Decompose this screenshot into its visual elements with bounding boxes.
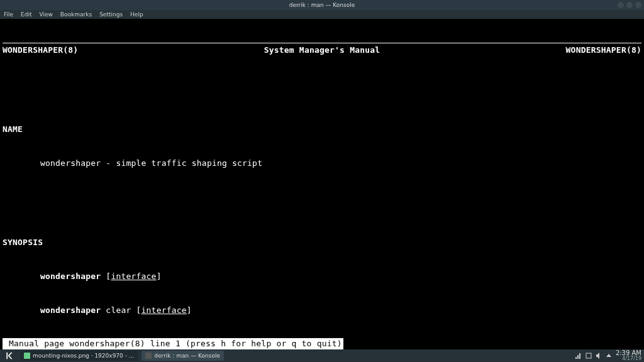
menubar: File Edit View Bookmarks Settings Help xyxy=(0,10,644,19)
name-body: wondershaper - simple traffic shaping sc… xyxy=(3,158,641,169)
synopsis-arg-interface: interface xyxy=(142,305,187,315)
terminal-viewport[interactable]: WONDERSHAPER(8) System Manager's Manual … xyxy=(0,19,644,349)
man-header-left: WONDERSHAPER(8) xyxy=(3,45,78,56)
menu-view[interactable]: View xyxy=(40,11,53,18)
synopsis-line-1: wondershaper [interface] xyxy=(3,271,641,282)
blank-line xyxy=(3,79,641,90)
window-title: derrik : man — Konsole xyxy=(289,2,355,8)
synopsis-clear: clear xyxy=(106,305,131,315)
minimize-icon[interactable] xyxy=(618,2,624,8)
pager-status-line: Manual page wondershaper(8) line 1 (pres… xyxy=(3,338,343,349)
menu-settings[interactable]: Settings xyxy=(99,11,123,18)
menu-help[interactable]: Help xyxy=(130,11,143,18)
synopsis-arg-interface: interface xyxy=(111,272,156,281)
man-header-right: WONDERSHAPER(8) xyxy=(566,45,641,56)
menu-file[interactable]: File xyxy=(4,11,13,18)
synopsis-cmd: wondershaper xyxy=(40,305,101,315)
man-header: WONDERSHAPER(8) System Manager's Manual … xyxy=(3,43,641,56)
section-synopsis-title: SYNOPSIS xyxy=(3,237,641,248)
synopsis-cmd: wondershaper xyxy=(40,272,101,281)
window-controls xyxy=(618,2,641,8)
close-icon[interactable] xyxy=(635,2,641,8)
blank-line xyxy=(3,192,641,203)
menu-bookmarks[interactable]: Bookmarks xyxy=(60,11,92,18)
window-titlebar: derrik : man — Konsole xyxy=(0,0,644,10)
synopsis-line-2: wondershaper clear [interface] xyxy=(3,305,641,316)
section-name-title: NAME xyxy=(3,124,641,135)
maximize-icon[interactable] xyxy=(626,2,633,8)
man-header-center: System Manager's Manual xyxy=(78,45,565,56)
menu-edit[interactable]: Edit xyxy=(21,11,31,18)
